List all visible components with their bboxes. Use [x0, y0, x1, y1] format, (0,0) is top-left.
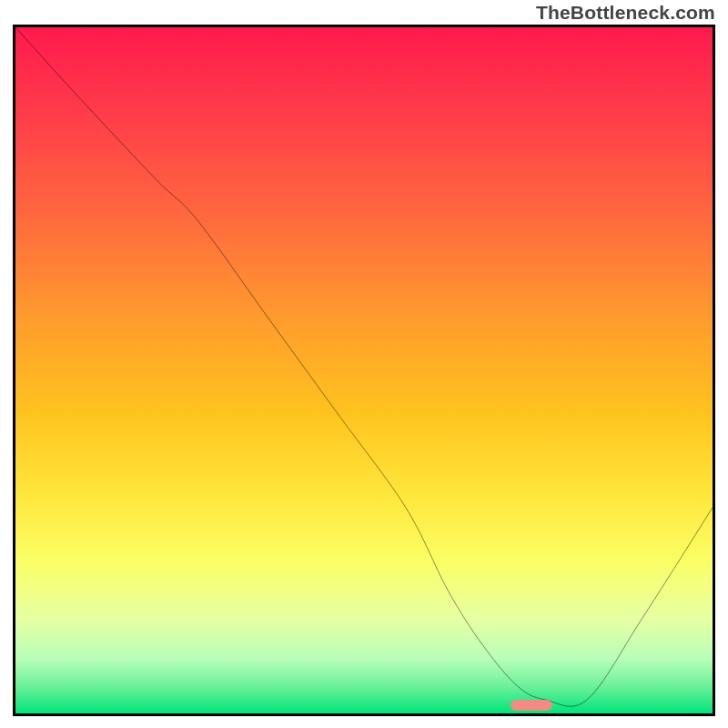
- curve-svg: [15, 27, 713, 713]
- chart-canvas: TheBottleneck.com: [0, 0, 728, 728]
- curve-path: [15, 27, 713, 706]
- optimum-marker: [511, 700, 552, 711]
- plot-frame: [13, 25, 715, 716]
- watermark-text: TheBottleneck.com: [536, 2, 715, 24]
